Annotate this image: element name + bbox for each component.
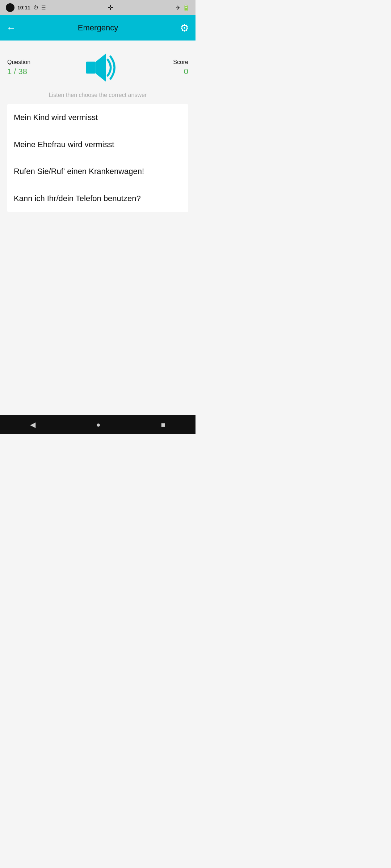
nav-back-button[interactable]: ◀ xyxy=(30,420,35,429)
bottom-nav: ◀ ● ■ xyxy=(0,415,196,434)
status-bar: 10:11 ⏱ ☰ ✛ ✈ 🔋 xyxy=(0,0,196,15)
instruction-text: Listen then choose the correct answer xyxy=(7,92,188,98)
score-block: Score 0 xyxy=(173,59,188,76)
answer-item-2[interactable]: Meine Ehefrau wird vermisst xyxy=(7,131,188,158)
stats-row: Question 1 / 38 Score 0 xyxy=(7,48,188,88)
nav-home-button[interactable]: ● xyxy=(96,421,100,429)
question-value: 1 / 38 xyxy=(7,67,27,76)
status-airplane-icon: ✈ xyxy=(176,4,180,11)
answer-list: Mein Kind wird vermisst Meine Ehefrau wi… xyxy=(7,104,188,212)
answer-item-4[interactable]: Kann ich Ihr/dein Telefon benutzen? xyxy=(7,185,188,212)
status-left: 10:11 ⏱ ☰ xyxy=(6,3,46,12)
svg-rect-0 xyxy=(86,62,96,74)
status-right: ✈ 🔋 xyxy=(176,4,190,11)
back-button[interactable]: ← xyxy=(7,22,16,34)
speaker-button[interactable] xyxy=(82,48,122,88)
nav-recent-button[interactable]: ■ xyxy=(161,421,165,429)
svg-marker-1 xyxy=(96,54,106,82)
status-circle-icon xyxy=(6,3,14,12)
main-content: Question 1 / 38 Score 0 Listen then choo… xyxy=(0,41,196,212)
score-value: 0 xyxy=(184,67,188,76)
status-alarm-icon: ⏱ xyxy=(33,5,38,10)
question-block: Question 1 / 38 xyxy=(7,59,30,76)
top-nav: ← Emergency ⚙ xyxy=(0,15,196,41)
status-sim-icon: ☰ xyxy=(41,5,46,10)
status-time: 10:11 xyxy=(17,5,30,10)
answer-item-1[interactable]: Mein Kind wird vermisst xyxy=(7,104,188,131)
answer-item-3[interactable]: Rufen Sie/Ruf' einen Krankenwagen! xyxy=(7,158,188,185)
question-label: Question xyxy=(7,59,30,65)
page-title: Emergency xyxy=(78,23,118,33)
settings-button[interactable]: ⚙ xyxy=(180,22,189,34)
status-battery-icon: 🔋 xyxy=(182,4,190,11)
score-label: Score xyxy=(173,59,188,65)
status-location-icon: ✛ xyxy=(108,4,113,12)
